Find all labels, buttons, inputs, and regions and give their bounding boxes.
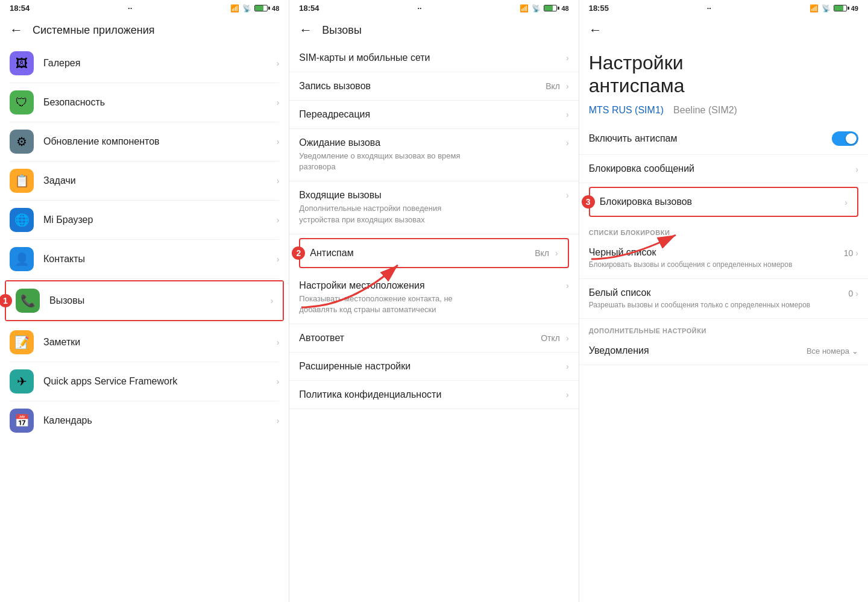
toggle-antispam: Включить антиспам (579, 123, 868, 155)
updater-label: Обновление компонентов (43, 136, 277, 147)
notes-icon: 📝 (10, 330, 34, 354)
updater-chevron: › (277, 137, 280, 146)
calendar-icon: 📅 (10, 409, 34, 433)
block-calls-right: › (844, 196, 848, 207)
block-calls-content: Блокировка вызовов (600, 196, 845, 207)
whitelist-subtitle: Разрешать вызовы и сообщения только с оп… (589, 300, 849, 310)
calls-label: Вызовы (49, 295, 271, 306)
settings-item-callrecord[interactable]: Запись вызовов Вкл › (289, 72, 578, 101)
settings-item-waiting[interactable]: Ожидание вызова › Уведомление о входящих… (289, 129, 578, 181)
incoming-subtitle: Дополнительные настройки поведения устро… (299, 203, 468, 225)
notifications-title: Уведомления (589, 345, 807, 356)
list-item-calls[interactable]: 📞 Вызовы › (6, 281, 283, 320)
back-button-3[interactable]: ← (589, 22, 602, 38)
settings-item-sim[interactable]: SIM-карты и мобильные сети › (289, 44, 578, 72)
location-title: Настройки местоположения (299, 280, 424, 291)
sim1-tab[interactable]: MTS RUS (SIM1) (589, 105, 664, 116)
security-label: Безопасность (43, 97, 277, 108)
status-bar-1: 18:54 ·· 📶 📡 48 (0, 0, 289, 16)
p3-item-notifications[interactable]: Уведомления Все номера ⌄ (579, 337, 868, 365)
settings-item-autoanswer[interactable]: Автоответ Откл › (289, 324, 578, 353)
redirect-title: Переадресация (299, 109, 370, 120)
redirect-chevron: › (566, 110, 569, 119)
whitelist-right: 0 › (849, 287, 858, 298)
battery-icon-3 (834, 5, 847, 11)
list-item-gallery[interactable]: 🖼 Галерея › (0, 44, 289, 83)
whitelist-title: Белый список (589, 287, 849, 298)
time-3: 18:55 (589, 4, 609, 13)
waiting-title: Ожидание вызова (299, 137, 380, 148)
antispam-page-title: Настройкиантиспама (579, 44, 868, 102)
gallery-chevron: › (277, 58, 280, 68)
list-item-updater[interactable]: ⚙ Обновление компонентов › (0, 122, 289, 161)
nav-bar-2: ← Вызовы (289, 16, 578, 44)
battery-label-2: 48 (561, 5, 568, 12)
antispam-chevron: › (555, 248, 558, 258)
autoanswer-value: Откл (541, 333, 560, 343)
sim2-tab[interactable]: Beeline (SIM2) (673, 105, 737, 116)
list-item-security[interactable]: 🛡 Безопасность › (0, 83, 289, 122)
back-button-1[interactable]: ← (10, 22, 23, 38)
quickapps-label: Quick apps Service Framework (43, 376, 277, 387)
signal-icon-1: 📶 (230, 4, 239, 13)
p3-item-block-calls[interactable]: Блокировка вызовов › (590, 188, 857, 216)
blacklist-content: Черный список Блокировать вызовы и сообщ… (589, 247, 844, 270)
antispam-title: Антиспам (310, 248, 353, 259)
settings-item-antispam[interactable]: Антиспам Вкл › (300, 239, 567, 267)
whitelist-count: 0 (849, 289, 854, 298)
p3-item-block-messages[interactable]: Блокировка сообщений › (579, 155, 868, 183)
list-item-browser[interactable]: 🌐 Mi Браузер › (0, 201, 289, 239)
sim-chevron: › (566, 53, 569, 63)
nav-title-1: Системные приложения (33, 24, 155, 37)
whitelist-content: Белый список Разрешать вызовы и сообщени… (589, 287, 849, 310)
list-item-calendar[interactable]: 📅 Календарь › (0, 401, 289, 440)
security-icon: 🛡 (10, 90, 34, 114)
settings-item-location[interactable]: Настройки местоположения › Показывать ме… (289, 272, 578, 324)
wifi-icon-3: 📡 (822, 4, 831, 13)
contacts-label: Контакты (43, 254, 277, 265)
settings-item-redirect[interactable]: Переадресация › (289, 101, 578, 129)
back-button-2[interactable]: ← (299, 22, 312, 38)
notes-chevron: › (277, 337, 280, 347)
calls-icon: 📞 (16, 289, 40, 313)
status-icons-1: 📶 📡 48 (230, 4, 279, 13)
block-messages-title: Блокировка сообщений (589, 163, 856, 174)
signal-icon-2: 📶 (520, 4, 529, 13)
blacklist-right: 10 › (844, 247, 858, 258)
antispam-value: Вкл (535, 248, 549, 258)
list-item-tasks[interactable]: 📋 Задачи › (0, 161, 289, 200)
p3-item-blacklist[interactable]: Черный список Блокировать вызовы и сообщ… (579, 239, 868, 279)
advanced-title: Расширенные настройки (299, 361, 410, 372)
block-messages-right: › (855, 163, 858, 174)
notifications-right: Все номера ⌄ (807, 345, 858, 356)
annotation-2: 2 (292, 246, 305, 260)
panel-system-apps: 18:54 ·· 📶 📡 48 ← Системные приложения 🖼… (0, 0, 289, 602)
browser-label: Mi Браузер (43, 215, 277, 225)
status-bar-2: 18:54 ·· 📶 📡 48 (289, 0, 578, 16)
sim-title: SIM-карты и мобильные сети (299, 52, 430, 63)
gallery-label: Галерея (43, 58, 277, 69)
waiting-chevron: › (566, 138, 569, 148)
signal-icon-3: 📶 (810, 4, 819, 13)
settings-item-advanced[interactable]: Расширенные настройки › (289, 353, 578, 381)
settings-item-incoming[interactable]: Входящие вызовы › Дополнительные настрой… (289, 181, 578, 234)
tasks-label: Задачи (43, 175, 277, 186)
p3-item-whitelist[interactable]: Белый список Разрешать вызовы и сообщени… (579, 279, 868, 319)
nav-title-2: Вызовы (322, 24, 362, 37)
nav-bar-3: ← (579, 16, 868, 44)
callrecord-chevron: › (566, 81, 569, 91)
settings-item-privacy[interactable]: Политика конфиденциальности › (289, 381, 578, 409)
block-calls-chevron: › (844, 198, 848, 207)
sim-tabs: MTS RUS (SIM1) Beeline (SIM2) (579, 102, 868, 123)
time-2: 18:54 (299, 4, 319, 13)
browser-icon: 🌐 (10, 208, 34, 232)
calls-chevron: › (271, 296, 274, 306)
list-item-contacts[interactable]: 👤 Контакты › (0, 240, 289, 278)
system-apps-list: 🖼 Галерея › 🛡 Безопасность › ⚙ Обновлени… (0, 44, 289, 440)
status-icons-2: 📶 📡 48 (520, 4, 568, 13)
list-item-quickapps[interactable]: ✈ Quick apps Service Framework › (0, 362, 289, 401)
notifications-value: Все номера ⌄ (807, 346, 858, 356)
toggle-antispam-switch[interactable] (832, 131, 858, 146)
list-item-notes[interactable]: 📝 Заметки › (0, 323, 289, 362)
block-messages-chevron: › (855, 165, 858, 174)
